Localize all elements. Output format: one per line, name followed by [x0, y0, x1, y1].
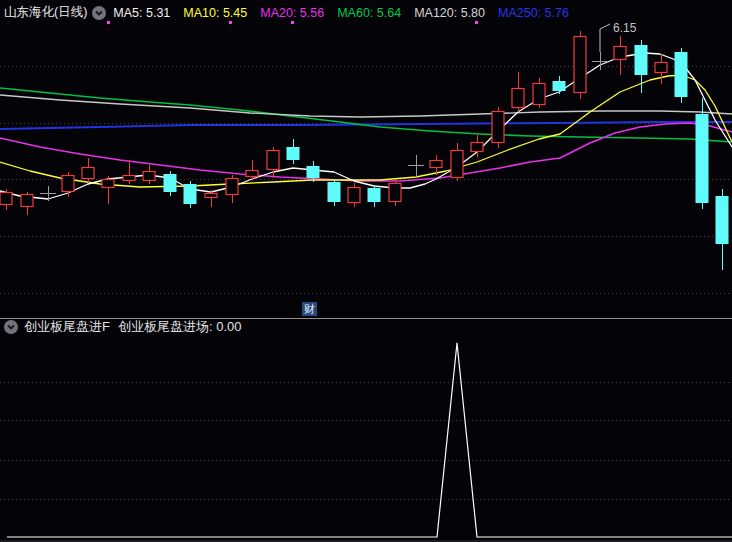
pink-marker-dot — [475, 21, 478, 24]
ma-legend-item: MA5: 5.31 — [113, 6, 170, 20]
indicator-name[interactable]: 创业板尾盘进F — [24, 318, 110, 336]
cai-tag[interactable]: 财 — [302, 302, 317, 316]
ma-legend: MA5: 5.31MA10: 5.45MA20: 5.56MA60: 5.64M… — [113, 6, 582, 20]
ma-legend-item: MA10: 5.45 — [183, 6, 247, 20]
candlestick-chart-canvas[interactable]: 6.15 — [0, 0, 732, 542]
indicator-panel-header: 创业板尾盘进F 创业板尾盘进场: 0.00 — [0, 319, 242, 335]
indicator-signal-line — [7, 343, 732, 537]
chevron-down-icon[interactable] — [4, 320, 18, 334]
stock-title: 山东海化(日线) — [4, 4, 87, 21]
ma-legend-item: MA250: 5.76 — [498, 6, 569, 20]
indicator-value-label: 创业板尾盘进场: 0.00 — [118, 318, 242, 336]
pink-marker-dot — [229, 21, 232, 24]
ma-legend-item: MA120: 5.80 — [414, 6, 485, 20]
pink-marker-dot — [107, 21, 110, 24]
stock-app-window: { "header": { "title": "山东海化(日线)", "coll… — [0, 0, 732, 542]
ma-legend-item: MA20: 5.56 — [260, 6, 324, 20]
indicator-value: 0.00 — [216, 319, 241, 334]
ma-legend-item: MA60: 5.64 — [337, 6, 401, 20]
pink-marker-dot — [291, 21, 294, 24]
chevron-down-icon[interactable] — [92, 6, 106, 20]
